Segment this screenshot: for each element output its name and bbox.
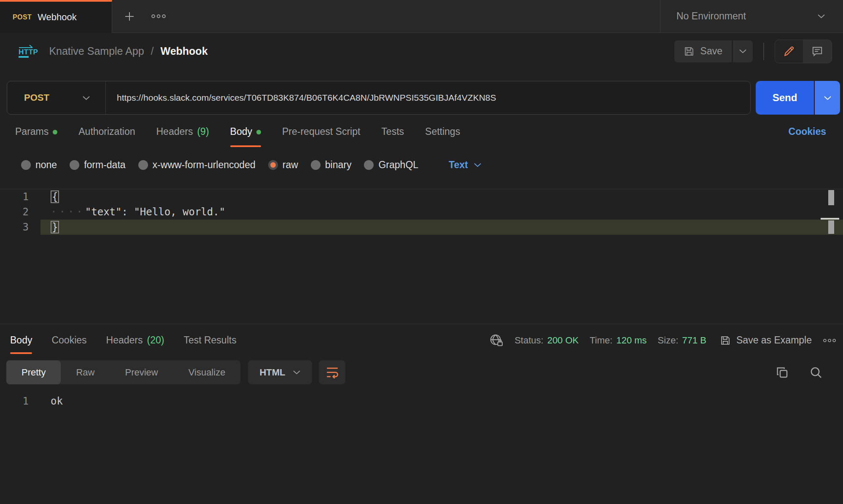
comments-button[interactable]	[803, 40, 832, 63]
save-button-label: Save	[700, 46, 722, 57]
url-input[interactable]: https://hooks.slack.com/services/T06TD83…	[106, 93, 750, 103]
copy-response-button[interactable]	[776, 366, 789, 379]
tab-settings[interactable]: Settings	[425, 115, 460, 148]
environment-label: No Environment	[676, 11, 746, 22]
response-tab-cookies[interactable]: Cookies	[51, 324, 86, 357]
radio-icon	[70, 160, 79, 170]
mode-graphql[interactable]: GraphQL	[364, 159, 418, 171]
bracket-highlight: {	[51, 190, 59, 203]
send-button[interactable]: Send	[756, 81, 814, 115]
search-icon	[809, 366, 823, 379]
status-pair: Status: 200 OK	[514, 335, 579, 346]
more-options-icon	[823, 338, 836, 343]
chevron-down-icon	[293, 370, 301, 375]
tab-label: Body	[230, 126, 252, 137]
mode-none[interactable]: none	[21, 159, 57, 171]
tab-tests[interactable]: Tests	[381, 115, 404, 148]
more-options-icon	[151, 14, 166, 19]
response-tab-body[interactable]: Body	[10, 324, 32, 357]
chevron-down-icon	[474, 163, 482, 167]
response-language-label: HTML	[259, 367, 285, 378]
edit-description-button[interactable]	[775, 40, 803, 63]
search-response-button[interactable]	[809, 366, 823, 379]
save-button[interactable]: Save	[674, 40, 732, 62]
environment-selector[interactable]: No Environment	[660, 0, 843, 33]
breadcrumb-separator: /	[151, 45, 154, 57]
chevron-down-icon	[817, 14, 825, 19]
overview-ruler-mark	[828, 190, 834, 205]
raw-language-label: Text	[449, 159, 468, 171]
method-selector[interactable]: POST	[7, 81, 106, 114]
tab-strip: POST Webhook No Environment	[0, 0, 843, 33]
view-raw[interactable]: Raw	[61, 360, 110, 384]
pencil-icon	[783, 45, 795, 58]
mode-form-data[interactable]: form-data	[70, 159, 125, 171]
view-label: Preview	[125, 367, 158, 378]
raw-language-selector[interactable]: Text	[449, 159, 482, 171]
tab-options-button[interactable]	[151, 14, 166, 19]
has-content-dot	[53, 130, 57, 134]
request-tabs: Params Authorization Headers (9) Body Pr…	[0, 115, 843, 148]
tab-pre-request-script[interactable]: Pre-request Script	[282, 115, 360, 148]
new-tab-button[interactable]	[123, 10, 136, 23]
save-options-button[interactable]	[733, 40, 753, 62]
tab-label: Params	[15, 126, 48, 137]
response-tabs: Body Cookies Headers (20) Test Results	[10, 324, 237, 357]
radio-icon	[364, 160, 374, 170]
time-label: Time:	[590, 335, 612, 346]
network-info-button[interactable]	[489, 333, 504, 348]
save-icon	[684, 46, 695, 57]
line-number: 1	[0, 394, 40, 409]
response-options-button[interactable]	[823, 338, 836, 343]
line-number: 2	[0, 204, 40, 220]
mode-label: none	[35, 159, 57, 171]
status-label: Status:	[514, 335, 543, 346]
cookies-link[interactable]: Cookies	[789, 126, 826, 137]
line-code: ····"text": "Hello, world."	[40, 204, 843, 220]
breadcrumb-collection[interactable]: Knative Sample App	[49, 45, 144, 57]
view-preview[interactable]: Preview	[110, 360, 173, 384]
mode-label: x-www-form-urlencoded	[153, 159, 256, 171]
response-toolbar: Pretty Raw Preview Visualize HTML	[0, 357, 843, 388]
response-tab-headers[interactable]: Headers (20)	[106, 324, 164, 357]
response-meta: Status: 200 OK Time: 120 ms Size: 771 B …	[489, 324, 836, 357]
view-pretty[interactable]: Pretty	[6, 360, 61, 384]
tab-label: Test Results	[183, 335, 236, 346]
view-visualize[interactable]: Visualize	[173, 360, 241, 384]
mode-raw[interactable]: raw	[268, 159, 298, 171]
wrap-line-button[interactable]	[319, 360, 345, 384]
tab-body[interactable]: Body	[230, 115, 261, 148]
tab-params[interactable]: Params	[15, 115, 57, 148]
tab-label: Tests	[381, 126, 404, 137]
tab-authorization[interactable]: Authorization	[78, 115, 135, 148]
view-mode-switch: Pretty Raw Preview Visualize	[6, 360, 240, 384]
breadcrumb-request-name[interactable]: Webhook	[161, 45, 208, 57]
plus-icon	[123, 10, 136, 23]
postman-window: POST Webhook No Environment HTTP Knative…	[0, 0, 843, 504]
radio-icon	[138, 160, 148, 170]
response-panel: Body Cookies Headers (20) Test Results	[0, 324, 843, 504]
response-language-selector[interactable]: HTML	[248, 360, 312, 384]
request-tab-webhook[interactable]: POST Webhook	[0, 0, 112, 33]
tab-headers[interactable]: Headers (9)	[156, 115, 209, 148]
request-body-editor[interactable]: 1 { 2 ····"text": "Hello, world." 3 }	[0, 189, 843, 324]
save-as-example-button[interactable]: Save as Example	[720, 335, 812, 346]
response-body-viewer[interactable]: 1 ok	[0, 394, 843, 409]
tab-label: Headers	[156, 126, 193, 137]
time-value: 120 ms	[616, 335, 646, 346]
documentation-toggle-group	[775, 40, 832, 63]
request-header: HTTP Knative Sample App / Webhook Save	[0, 33, 843, 70]
save-icon	[720, 335, 731, 346]
tab-label: Settings	[425, 126, 460, 137]
size-label: Size:	[658, 335, 679, 346]
mode-binary[interactable]: binary	[311, 159, 352, 171]
send-button-group: Send	[756, 81, 840, 115]
url-bar: POST https://hooks.slack.com/services/T0…	[7, 81, 751, 115]
editor-line-current: 3 }	[0, 220, 843, 235]
response-tab-test-results[interactable]: Test Results	[183, 324, 236, 357]
mode-x-www-form-urlencoded[interactable]: x-www-form-urlencoded	[138, 159, 256, 171]
send-options-button[interactable]	[815, 81, 840, 115]
overview-ruler-line	[821, 218, 839, 220]
response-body-actions	[776, 366, 831, 379]
http-badge-label: HTTP	[19, 48, 38, 56]
